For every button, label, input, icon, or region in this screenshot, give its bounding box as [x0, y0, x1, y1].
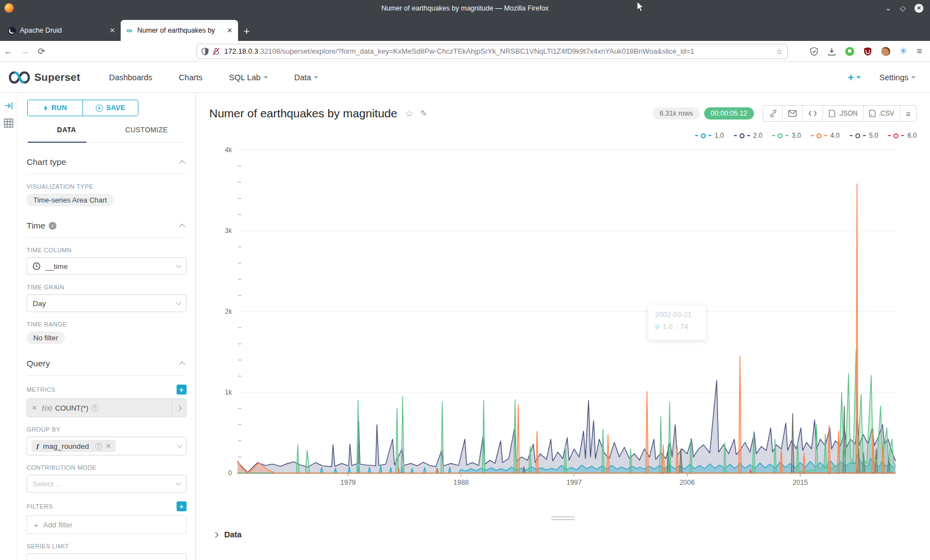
add-filter-button[interactable]: +	[177, 501, 187, 511]
link-icon	[769, 110, 777, 117]
window-minimize-icon[interactable]: ⌄	[885, 4, 891, 12]
tab-data[interactable]: DATA	[27, 126, 107, 142]
menu-hamburger-icon[interactable]: ≡	[917, 46, 922, 57]
tab-superset-chart[interactable]: ∞ Numer of earthquakes by ✕	[121, 20, 238, 41]
legend-item-5.0[interactable]: 5.0	[850, 132, 879, 139]
remove-metric-icon[interactable]: ✕	[32, 404, 37, 412]
back-button[interactable]: ←	[0, 46, 17, 56]
section-time[interactable]: Timei	[27, 221, 187, 238]
time-grain-select[interactable]: Day	[27, 294, 187, 312]
section-chart-type[interactable]: Chart type	[27, 157, 187, 174]
add-metric-button[interactable]: +	[177, 385, 187, 395]
chevron-down-icon	[176, 263, 182, 268]
chevron-up-icon	[179, 160, 185, 166]
window-maximize-icon[interactable]: ◇	[900, 4, 906, 12]
file-icon	[829, 110, 835, 117]
data-results-panel[interactable]: Data	[196, 523, 930, 546]
nav-data[interactable]: Data	[294, 73, 319, 82]
nav-dashboards[interactable]: Dashboards	[109, 73, 152, 82]
legend-item-4.0[interactable]: 4.0	[811, 132, 840, 139]
add-filter-dropzone[interactable]: + Add filter	[27, 515, 187, 534]
url-host: 172.18.0.3	[224, 47, 258, 55]
reload-button[interactable]: ⟳	[33, 46, 50, 56]
group-by-pill[interactable]: ƒ mag_rounded ? ✕	[32, 440, 116, 452]
embed-code-button[interactable]	[803, 106, 823, 121]
ublock-shield-icon[interactable]	[864, 47, 872, 56]
tab-customize[interactable]: CUSTOMIZE	[107, 126, 187, 142]
save-button[interactable]: + SAVE	[83, 100, 138, 116]
tab-apache-druid[interactable]: Apache Druid ✕	[3, 20, 121, 41]
legend-line-icon	[772, 135, 775, 136]
export-json-button[interactable]: .JSON	[823, 106, 864, 121]
metric-item[interactable]: ✕ ƒ(x) COUNT(*) ?	[27, 398, 187, 417]
favorite-star-icon[interactable]: ☆	[405, 108, 414, 120]
svg-text:1979: 1979	[340, 479, 356, 486]
group-by-label: GROUP BY	[27, 426, 187, 433]
email-button[interactable]	[783, 106, 803, 121]
legend-item-3.0[interactable]: 3.0	[772, 132, 801, 139]
legend-item-6.0[interactable]: 6.0	[888, 132, 917, 139]
new-tab-button[interactable]: +	[238, 25, 255, 41]
panel-resize-handle[interactable]	[551, 515, 575, 522]
url-bar[interactable]: 172.18.0.3:32108/superset/explore/?form_…	[197, 44, 788, 59]
tooltip-value: 74	[680, 323, 688, 331]
new-item-button[interactable]: +	[848, 71, 860, 84]
collapse-dataset-panel-icon[interactable]	[4, 102, 13, 110]
chevron-up-icon	[179, 361, 185, 367]
viz-type-pill[interactable]: Time-series Area Chart	[27, 194, 113, 206]
row-count-badge: 6.31k rows	[653, 107, 699, 120]
chart-menu-button[interactable]: ≡	[900, 106, 916, 121]
chevron-down-icon	[911, 76, 916, 79]
downloads-icon[interactable]	[828, 47, 836, 56]
chart-tooltip: 2002-03-21 1.0: 74	[648, 305, 706, 340]
nav-charts[interactable]: Charts	[179, 73, 203, 82]
time-range-pill[interactable]: No filter	[27, 331, 65, 344]
metric-expand-arrow[interactable]	[172, 399, 186, 417]
tab-close-icon[interactable]: ✕	[226, 27, 234, 34]
chevron-down-icon	[314, 76, 318, 79]
nav-settings[interactable]: Settings	[880, 73, 916, 82]
group-by-select[interactable]: ƒ mag_rounded ? ✕	[27, 437, 187, 455]
share-link-button[interactable]	[763, 106, 783, 121]
legend-item-2.0[interactable]: 2.0	[734, 132, 763, 139]
contribution-mode-select[interactable]: Select ...	[27, 475, 187, 492]
window-title: Numer of earthquakes by magnitude — Mozi…	[0, 4, 930, 12]
legend-line-icon	[863, 135, 866, 136]
section-query[interactable]: Query	[27, 359, 187, 376]
brand-name: Superset	[34, 71, 80, 84]
legend-line-icon	[747, 135, 750, 136]
window-titlebar: Numer of earthquakes by magnitude — Mozi…	[0, 0, 930, 16]
viz-type-label: VISUALIZATION TYPE	[27, 183, 187, 190]
legend-item-1.0[interactable]: 1.0	[695, 132, 724, 139]
svg-text:0: 0	[228, 469, 232, 477]
cookie-extension-icon[interactable]	[881, 47, 890, 56]
tooltip-series: 1.0	[663, 323, 673, 331]
extension-icon-green[interactable]	[845, 47, 854, 56]
chevron-down-icon	[856, 76, 861, 79]
tab-close-icon[interactable]: ✕	[108, 27, 116, 34]
url-path: :32108/superset/explore/?form_data_key=K…	[258, 47, 694, 55]
run-button[interactable]: RUN	[28, 100, 83, 116]
account-shield-icon[interactable]	[810, 47, 818, 56]
time-column-label: TIME COLUMN	[27, 247, 187, 253]
edit-properties-icon[interactable]: ✎	[420, 108, 427, 118]
extension-asterisk-icon[interactable]: ✳	[900, 45, 907, 57]
url-text[interactable]: 172.18.0.3:32108/superset/explore/?form_…	[224, 47, 771, 55]
dataset-grid-icon[interactable]	[4, 118, 13, 128]
forward-button[interactable]: →	[17, 46, 33, 56]
series-limit-select[interactable]: Select ...	[27, 553, 187, 560]
time-grain-label: TIME GRAIN	[27, 284, 187, 291]
superset-logo[interactable]: Superset	[9, 71, 80, 84]
time-column-select[interactable]: __time	[27, 257, 187, 275]
window-close-icon[interactable]: ✕	[914, 4, 923, 13]
export-csv-button[interactable]: x .CSV	[864, 106, 900, 121]
tracking-shield-icon[interactable]	[202, 48, 209, 55]
chevron-down-icon	[264, 76, 268, 79]
legend-label: 5.0	[869, 132, 879, 139]
mouse-cursor	[637, 1, 645, 13]
insecure-lock-icon[interactable]	[213, 48, 220, 55]
remove-column-icon[interactable]: ✕	[106, 442, 111, 450]
nav-sql-lab[interactable]: SQL Lab	[229, 73, 268, 82]
timeseries-chart[interactable]: 01k2k3k4k19791988199720062015 2002-03-21…	[196, 141, 930, 490]
bookmark-star-icon[interactable]: ☆	[776, 47, 783, 56]
